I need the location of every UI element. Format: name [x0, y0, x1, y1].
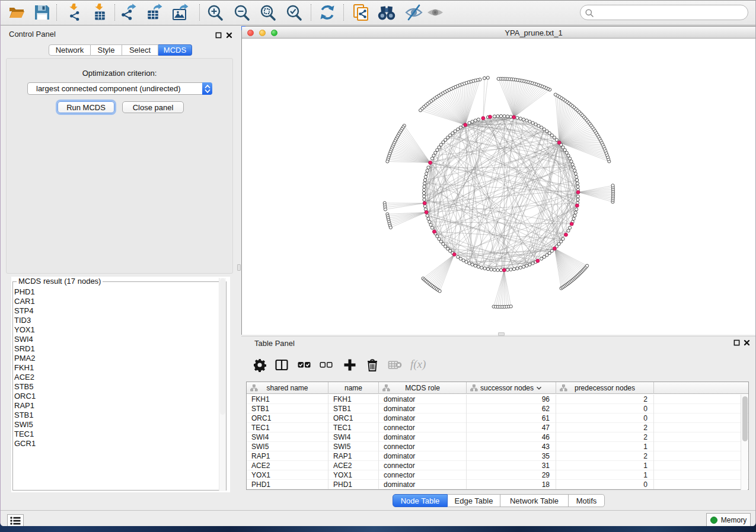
network-node[interactable]	[525, 119, 528, 122]
network-node[interactable]	[426, 214, 429, 217]
network-node[interactable]	[429, 223, 432, 226]
cell-MCDS-role[interactable]: connector	[379, 461, 467, 470]
mcds-result-scrollbar[interactable]	[219, 278, 226, 491]
mcds-node[interactable]	[575, 204, 579, 207]
zoom-selected-button[interactable]	[285, 4, 303, 21]
gear-button[interactable]	[253, 358, 267, 372]
window-minimize-icon[interactable]	[259, 30, 266, 36]
network-canvas[interactable]	[242, 39, 756, 335]
cell-predecessor-nodes[interactable]: 1	[556, 442, 654, 451]
tab-style[interactable]: Style	[91, 44, 122, 56]
network-node[interactable]	[468, 121, 471, 124]
network-node[interactable]	[477, 265, 480, 268]
mcds-result-item[interactable]: PMA2	[14, 354, 36, 363]
network-node[interactable]	[567, 229, 570, 232]
cell-successor-nodes[interactable]: 47	[467, 423, 556, 432]
network-node[interactable]	[576, 195, 579, 198]
cell-MCDS-role[interactable]: connector	[379, 442, 467, 451]
cell-name[interactable]: RAP1	[328, 451, 379, 461]
network-node[interactable]	[516, 116, 519, 119]
leaf-node[interactable]	[438, 290, 441, 293]
cell-successor-nodes[interactable]: 62	[467, 404, 556, 414]
network-node[interactable]	[423, 188, 426, 191]
network-node[interactable]	[573, 169, 576, 172]
network-node[interactable]	[519, 266, 522, 269]
network-node[interactable]	[432, 154, 435, 157]
network-node[interactable]	[522, 265, 525, 268]
show-all-button[interactable]	[426, 4, 444, 21]
export-table-button[interactable]	[146, 4, 164, 21]
cell-predecessor-nodes[interactable]: 2	[556, 432, 654, 442]
network-node[interactable]	[528, 120, 531, 123]
network-node[interactable]	[483, 267, 486, 270]
cell-MCDS-role[interactable]: connector	[379, 470, 467, 480]
table-delete-button[interactable]	[388, 358, 402, 372]
cell-successor-nodes[interactable]: 29	[467, 470, 556, 480]
tab-mcds[interactable]: MCDS	[158, 44, 192, 56]
network-node[interactable]	[519, 117, 522, 120]
cell-successor-nodes[interactable]: 43	[467, 442, 556, 451]
cell-predecessor-nodes[interactable]: 0	[556, 414, 654, 423]
mcds-node[interactable]	[423, 201, 426, 205]
cell-successor-nodes[interactable]: 61	[467, 414, 556, 423]
check-boxes-button[interactable]	[297, 358, 311, 372]
leaf-node[interactable]	[554, 93, 557, 96]
save-session-button[interactable]	[33, 4, 51, 21]
network-node[interactable]	[506, 268, 509, 271]
cell-name[interactable]: ORC1	[328, 414, 379, 423]
cell-predecessor-nodes[interactable]: 2	[556, 423, 654, 432]
mcds-result-item[interactable]: YOX1	[14, 325, 36, 335]
cell-MCDS-role[interactable]: dominator	[379, 480, 467, 489]
network-node[interactable]	[423, 182, 426, 185]
table-row[interactable]: ORC1ORC1dominator610	[247, 414, 748, 423]
cell-name[interactable]: STB1	[328, 404, 379, 414]
columns-button[interactable]	[275, 358, 289, 372]
mcds-result-item[interactable]: SWI5	[14, 420, 36, 430]
mcds-result-item[interactable]: CAR1	[14, 297, 36, 306]
refresh-network-button[interactable]	[318, 4, 336, 21]
mcds-node[interactable]	[432, 230, 436, 233]
network-node[interactable]	[537, 124, 540, 127]
network-node[interactable]	[528, 263, 531, 266]
cell-shared-name[interactable]: ORC1	[247, 414, 328, 423]
mcds-result-item[interactable]: STB1	[14, 411, 36, 420]
function-button[interactable]: f(x)	[410, 358, 425, 372]
cell-name[interactable]: PHD1	[328, 480, 379, 489]
network-node[interactable]	[576, 178, 579, 181]
network-node[interactable]	[496, 268, 499, 271]
network-node[interactable]	[493, 268, 496, 271]
cell-predecessor-nodes[interactable]: 1	[556, 461, 654, 470]
network-node[interactable]	[574, 211, 577, 214]
plus-button[interactable]	[343, 358, 357, 372]
table-row[interactable]: YOX1YOX1connector291	[247, 470, 748, 480]
network-node[interactable]	[424, 175, 427, 178]
network-node[interactable]	[531, 262, 534, 265]
zoom-fit-button[interactable]	[259, 4, 277, 21]
cell-MCDS-role[interactable]: connector	[379, 423, 467, 432]
network-node[interactable]	[496, 115, 499, 118]
network-node[interactable]	[571, 163, 574, 166]
cell-successor-nodes[interactable]: 31	[467, 461, 556, 470]
import-network-button[interactable]	[66, 4, 84, 21]
cell-name[interactable]: TEC1	[328, 423, 379, 432]
column-header-successor-nodes[interactable]: successor nodes	[467, 382, 556, 394]
table-row[interactable]: STB1STB1dominator620	[247, 404, 748, 414]
network-node[interactable]	[490, 268, 493, 271]
table-row[interactable]: FKH1FKH1dominator962	[247, 395, 748, 404]
mcds-result-item[interactable]: SWI4	[14, 335, 36, 344]
network-node[interactable]	[474, 119, 477, 122]
network-node[interactable]	[567, 154, 570, 157]
network-node[interactable]	[474, 264, 477, 267]
network-node[interactable]	[427, 217, 430, 220]
network-node[interactable]	[576, 182, 579, 185]
table-row[interactable]: RAP1RAP1dominator352	[247, 451, 748, 461]
cell-predecessor-nodes[interactable]: 2	[556, 451, 654, 461]
table-scrollbar-thumb[interactable]	[742, 396, 748, 441]
divider-handle[interactable]	[237, 264, 241, 271]
cell-shared-name[interactable]: SWI4	[247, 432, 328, 442]
network-node[interactable]	[509, 115, 512, 118]
network-node[interactable]	[427, 166, 430, 169]
mcds-result-item[interactable]: STP4	[14, 306, 36, 316]
vertical-split-divider[interactable]	[233, 25, 241, 510]
network-node[interactable]	[425, 172, 428, 175]
